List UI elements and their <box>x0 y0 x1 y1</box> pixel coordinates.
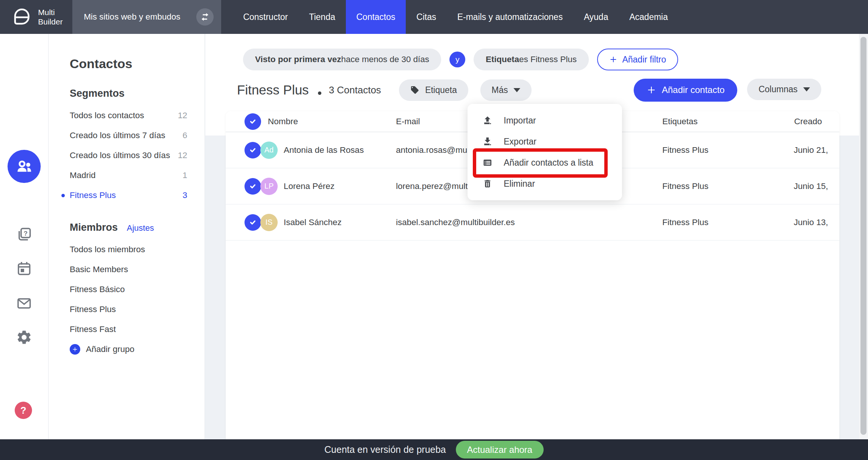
nav-item-tienda[interactable]: Tienda <box>298 0 345 34</box>
contact-tag: Fitness Plus <box>660 145 792 155</box>
scrollbar-thumb[interactable] <box>860 37 866 435</box>
segment-todos-los-contactos[interactable]: Todos los contactos 12 <box>49 105 205 125</box>
segment-count: 6 <box>182 131 187 140</box>
active-segment-dot <box>61 194 65 197</box>
add-contact-button[interactable]: Añadir contacto <box>634 79 738 102</box>
member-group-todos[interactable]: Todos los miembros <box>49 239 205 259</box>
menu-item-exportar[interactable]: Exportar <box>468 131 622 152</box>
trial-status-text: Cuenta en versión de prueba <box>324 444 446 455</box>
segment-count: 12 <box>178 111 187 120</box>
nav-item-citas[interactable]: Citas <box>406 0 446 34</box>
add-group-button[interactable]: Añadir grupo <box>49 339 205 359</box>
contact-name: Antonia de las Rosas <box>277 145 394 155</box>
add-filter-button[interactable]: Añadir filtro <box>597 49 678 70</box>
chevron-down-icon <box>513 88 520 92</box>
member-group-basic[interactable]: Basic Members <box>49 259 205 279</box>
check-icon <box>248 117 257 126</box>
question-mark-icon: ? <box>20 405 26 416</box>
more-button[interactable]: Más <box>480 79 532 101</box>
check-icon <box>248 146 257 155</box>
main-nav: Constructor Tienda Contactos Citas E-mai… <box>232 0 678 34</box>
workspace-switcher[interactable]: Mis sitios web y embudos <box>72 0 221 34</box>
page-title: Fitness Plus <box>237 82 309 97</box>
menu-item-importar[interactable]: Importar <box>468 110 622 131</box>
table-row[interactable]: IS Isabel Sánchez isabel.sanchez@multibu… <box>226 204 839 241</box>
settings-gear-icon[interactable] <box>16 329 32 346</box>
trial-footer-bar: Cuenta en versión de prueba Actualizar a… <box>0 439 868 460</box>
nav-item-constructor[interactable]: Constructor <box>232 0 298 34</box>
contact-name: Lorena Pérez <box>277 181 394 191</box>
upload-icon <box>483 116 492 125</box>
nav-item-academia[interactable]: Academia <box>619 0 678 34</box>
row-checkbox[interactable] <box>245 178 261 195</box>
nav-item-contactos[interactable]: Contactos <box>346 0 406 34</box>
segment-creado-7-dias[interactable]: Creado los últimos 7 días 6 <box>49 125 205 145</box>
segment-count: 12 <box>178 151 187 160</box>
nav-item-emails[interactable]: E-mails y automatizaciones <box>447 0 573 34</box>
row-checkbox[interactable] <box>245 214 261 231</box>
check-icon <box>248 218 257 227</box>
workspace-label: Mis sitios web y embudos <box>84 12 180 22</box>
contact-email: isabel.sanchez@multibuilder.es <box>394 218 660 227</box>
member-group-fitness-basico[interactable]: Fitness Básico <box>49 279 205 299</box>
main-content: Visto por primera vez hace menos de 30 d… <box>205 34 868 460</box>
segment-count: 1 <box>182 171 187 180</box>
help-button[interactable]: ? <box>15 402 32 419</box>
members-settings-link[interactable]: Ajustes <box>127 223 154 233</box>
check-icon <box>248 182 257 191</box>
members-heading: Miembros Ajustes <box>70 222 205 233</box>
tag-button[interactable]: Etiqueta <box>399 79 468 101</box>
calendar-icon[interactable] <box>16 260 32 277</box>
contact-created: Junio 15, <box>792 181 839 191</box>
column-header-name[interactable]: Nombre <box>260 117 394 126</box>
segments-list: Todos los contactos 12 Creado los último… <box>49 105 205 205</box>
avatar: Ad <box>260 142 278 159</box>
svg-text:?: ? <box>24 230 28 237</box>
avatar: LP <box>260 178 278 195</box>
more-dropdown-menu: Importar Exportar Añadir contactos a lis… <box>468 104 622 200</box>
columns-button[interactable]: Columnas <box>747 79 821 100</box>
segment-fitness-plus[interactable]: Fitness Plus 3 <box>49 185 205 205</box>
tag-icon <box>410 85 419 94</box>
row-checkbox[interactable] <box>245 142 261 158</box>
segments-heading: Segmentos <box>70 88 205 99</box>
select-all-checkbox[interactable] <box>245 113 261 130</box>
mail-icon[interactable] <box>16 295 32 311</box>
segment-creado-30-dias[interactable]: Creado los últimos 30 días 12 <box>49 145 205 165</box>
contact-tag: Fitness Plus <box>660 181 792 191</box>
menu-item-anadir-contactos-a-lista[interactable]: Añadir contactos a lista <box>468 152 622 173</box>
column-header-tags[interactable]: Etiquetas <box>660 117 792 126</box>
contact-count: 3 Contactos <box>329 84 381 96</box>
contact-name: Isabel Sánchez <box>277 218 394 227</box>
multibuilder-logo-icon <box>11 6 32 27</box>
column-header-created[interactable]: Creado <box>792 117 839 126</box>
rail-contacts-button[interactable] <box>8 150 41 183</box>
filter-first-seen[interactable]: Visto por primera vez hace menos de 30 d… <box>243 49 441 70</box>
filter-tag[interactable]: Etiqueta es Fitness Plus <box>474 49 588 70</box>
nav-item-ayuda[interactable]: Ayuda <box>573 0 619 34</box>
plus-icon <box>646 85 656 95</box>
icon-rail: ? ? <box>0 34 49 439</box>
chevron-down-icon <box>803 87 810 91</box>
list-icon <box>483 158 492 168</box>
sidebar-title: Contactos <box>70 56 205 71</box>
contacts-sidebar: Contactos Segmentos Todos los contactos … <box>49 34 205 439</box>
quiz-pages-icon[interactable]: ? <box>16 226 32 242</box>
menu-item-eliminar[interactable]: Eliminar <box>468 173 622 194</box>
segment-madrid[interactable]: Madrid 1 <box>49 165 205 185</box>
member-group-fitness-fast[interactable]: Fitness Fast <box>49 319 205 339</box>
contacts-people-icon <box>15 157 33 175</box>
brand-logo[interactable]: Multi Builder <box>0 0 72 34</box>
download-icon <box>483 137 492 146</box>
member-group-fitness-plus[interactable]: Fitness Plus <box>49 299 205 319</box>
avatar: IS <box>260 214 278 231</box>
contact-tag: Fitness Plus <box>660 218 792 227</box>
vertical-scrollbar <box>859 34 868 439</box>
switch-workspace-button[interactable] <box>196 8 214 26</box>
dot-separator <box>318 91 321 95</box>
swap-arrows-icon <box>200 12 210 22</box>
upgrade-now-button[interactable]: Actualizar ahora <box>456 441 544 458</box>
toolbar-right-group: Añadir contacto Columnas <box>634 79 821 102</box>
top-navbar: Multi Builder Mis sitios web y embudos C… <box>0 0 868 34</box>
contact-created: Junio 21, <box>792 145 839 155</box>
